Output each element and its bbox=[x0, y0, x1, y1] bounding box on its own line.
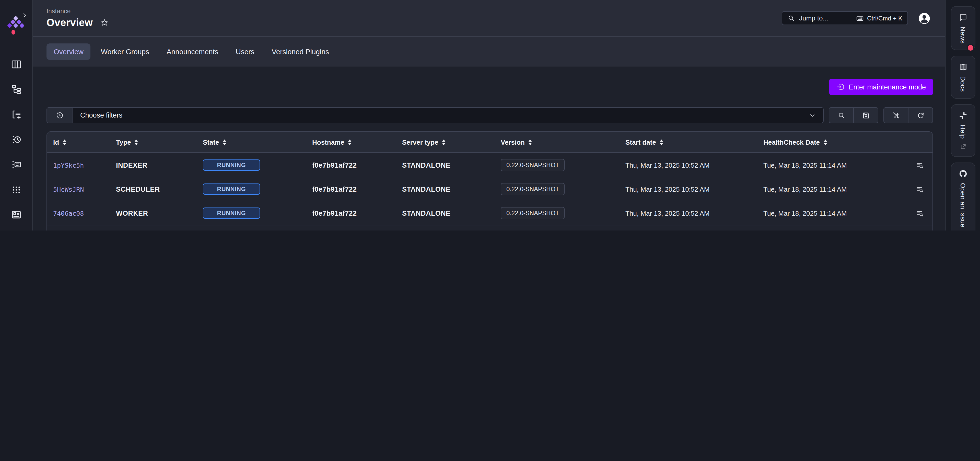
sort-icon bbox=[134, 139, 139, 145]
search-placeholder: Jump to... bbox=[799, 14, 828, 22]
sidebar-item-plugins[interactable] bbox=[3, 230, 29, 231]
sidebar-item-executions[interactable] bbox=[3, 104, 29, 125]
cell-type: WORKER bbox=[116, 209, 203, 217]
cell-server-type: STANDALONE bbox=[402, 209, 501, 217]
left-sidebar bbox=[0, 0, 33, 231]
user-avatar[interactable] bbox=[918, 11, 931, 25]
refresh-icon bbox=[916, 111, 924, 119]
filter-input[interactable]: Choose filters bbox=[46, 107, 824, 123]
column-header-type[interactable]: Type bbox=[116, 138, 203, 146]
notification-dot bbox=[966, 44, 974, 52]
column-header-version[interactable]: Version bbox=[501, 138, 625, 146]
tab-worker-groups[interactable]: Worker Groups bbox=[94, 43, 156, 59]
flows-icon bbox=[11, 84, 22, 95]
tab-versioned-plugins[interactable]: Versioned Plugins bbox=[265, 43, 336, 59]
column-header-server-type[interactable]: Server type bbox=[402, 138, 501, 146]
table-row[interactable]: 7406ac08 WORKER RUNNING f0e7b91af722 STA… bbox=[47, 201, 932, 225]
table-row[interactable]: 1pYSkc5h INDEXER RUNNING f0e7b91af722 ST… bbox=[47, 153, 932, 177]
column-header-hostname[interactable]: Hostname bbox=[312, 138, 402, 146]
cell-healthcheck-date: Tue, Mar 18, 2025 11:14 AM bbox=[764, 185, 891, 193]
content-area: Enter maintenance mode Choose filters bbox=[33, 66, 945, 231]
filter-history-button[interactable] bbox=[47, 108, 73, 123]
tab-announcements[interactable]: Announcements bbox=[159, 43, 225, 59]
cell-id[interactable]: 7406ac08 bbox=[53, 209, 116, 217]
refresh-button[interactable] bbox=[908, 108, 932, 123]
logs-icon bbox=[11, 159, 22, 170]
save-filter-button[interactable] bbox=[853, 108, 878, 123]
column-header-start-date[interactable]: Start date bbox=[625, 138, 764, 146]
right-rail: News Docs Help Open an Issue Get a demo … bbox=[945, 0, 980, 231]
docs-icon bbox=[958, 62, 967, 72]
swap-vertical-off-icon bbox=[892, 111, 900, 119]
filter-toolbar: Choose filters bbox=[46, 107, 933, 123]
main-area: Instance Overview Jump to... Ctrl/Cmd + … bbox=[33, 0, 945, 231]
auto-refresh-toggle-button[interactable] bbox=[884, 108, 908, 123]
save-icon bbox=[862, 111, 870, 119]
cell-id[interactable]: 1pYSkc5h bbox=[53, 161, 116, 169]
servers-table: Id Type State Hostname Server type Versi… bbox=[46, 131, 933, 231]
blueprints-icon bbox=[11, 209, 22, 220]
sort-icon bbox=[62, 139, 67, 145]
version-badge: 0.22.0-SNAPSHOT bbox=[501, 159, 565, 171]
row-logs-button[interactable] bbox=[891, 161, 926, 169]
table-row[interactable]: 6SGpWHf2 EXECUTOR RUNNING f0e7b91af722 S… bbox=[47, 225, 932, 231]
column-header-healthcheck-date[interactable]: HealthCheck Date bbox=[764, 138, 891, 146]
sidebar-item-logs[interactable] bbox=[3, 154, 29, 175]
sidebar-item-triggers[interactable] bbox=[3, 129, 29, 150]
instance-tabs: Overview Worker Groups Announcements Use… bbox=[33, 37, 945, 67]
kestra-logo[interactable] bbox=[7, 15, 24, 41]
search-icon bbox=[788, 14, 795, 22]
sidebar-nav bbox=[0, 54, 32, 231]
login-icon bbox=[837, 83, 845, 91]
executions-icon bbox=[11, 109, 22, 120]
sidebar-item-flows[interactable] bbox=[3, 79, 29, 100]
version-badge: 0.22.0-SNAPSHOT bbox=[501, 183, 565, 195]
sort-icon bbox=[823, 139, 827, 145]
rail-open-issue-button[interactable]: Open an Issue bbox=[951, 163, 975, 231]
state-badge: RUNNING bbox=[203, 160, 260, 171]
refresh-group bbox=[883, 107, 933, 123]
rail-news-button[interactable]: News bbox=[951, 6, 975, 50]
filter-search-button[interactable] bbox=[829, 108, 853, 123]
rail-news-label: News bbox=[959, 27, 967, 44]
namespaces-icon bbox=[11, 184, 22, 195]
column-header-id[interactable]: Id bbox=[53, 138, 116, 146]
github-icon bbox=[958, 169, 967, 179]
filter-actions-group bbox=[829, 107, 878, 123]
version-badge: 0.22.0-SNAPSHOT bbox=[501, 207, 565, 219]
cell-hostname: f0e7b91af722 bbox=[312, 209, 402, 217]
cell-id[interactable]: 5HcWsJRN bbox=[53, 185, 116, 193]
sidebar-item-dashboards[interactable] bbox=[3, 54, 29, 75]
cell-server-type: STANDALONE bbox=[402, 161, 501, 169]
rail-docs-button[interactable]: Docs bbox=[951, 56, 975, 99]
state-badge: RUNNING bbox=[203, 207, 260, 219]
row-logs-button[interactable] bbox=[891, 209, 926, 217]
cell-hostname: f0e7b91af722 bbox=[312, 185, 402, 193]
search-icon bbox=[837, 111, 845, 119]
external-link-icon bbox=[959, 144, 966, 150]
sidebar-item-namespaces[interactable] bbox=[3, 179, 29, 200]
rail-help-button[interactable]: Help bbox=[951, 104, 975, 157]
breadcrumb: Instance bbox=[46, 8, 108, 15]
cell-start-date: Thu, Mar 13, 2025 10:52 AM bbox=[625, 185, 764, 193]
table-header-row: Id Type State Hostname Server type Versi… bbox=[47, 132, 932, 153]
row-logs-button[interactable] bbox=[891, 185, 926, 193]
tab-overview[interactable]: Overview bbox=[46, 43, 91, 59]
favorite-star-icon[interactable] bbox=[100, 18, 108, 27]
state-badge: RUNNING bbox=[203, 183, 260, 195]
triggers-icon bbox=[11, 134, 22, 145]
history-icon bbox=[56, 111, 64, 119]
jump-to-search[interactable]: Jump to... Ctrl/Cmd + K bbox=[782, 11, 908, 25]
text-search-icon bbox=[916, 209, 924, 217]
page-title: Overview bbox=[46, 17, 93, 29]
sidebar-item-blueprints[interactable] bbox=[3, 204, 29, 225]
enter-maintenance-mode-button[interactable]: Enter maintenance mode bbox=[829, 79, 933, 95]
slack-icon bbox=[958, 111, 967, 120]
column-header-state[interactable]: State bbox=[203, 138, 312, 146]
table-row[interactable]: 5HcWsJRN SCHEDULER RUNNING f0e7b91af722 … bbox=[47, 177, 932, 201]
tab-users[interactable]: Users bbox=[228, 43, 261, 59]
dashboard-icon bbox=[11, 59, 22, 70]
top-header: Instance Overview Jump to... Ctrl/Cmd + … bbox=[33, 0, 945, 37]
rail-open-issue-label: Open an Issue bbox=[959, 183, 967, 228]
text-search-icon bbox=[916, 185, 924, 193]
